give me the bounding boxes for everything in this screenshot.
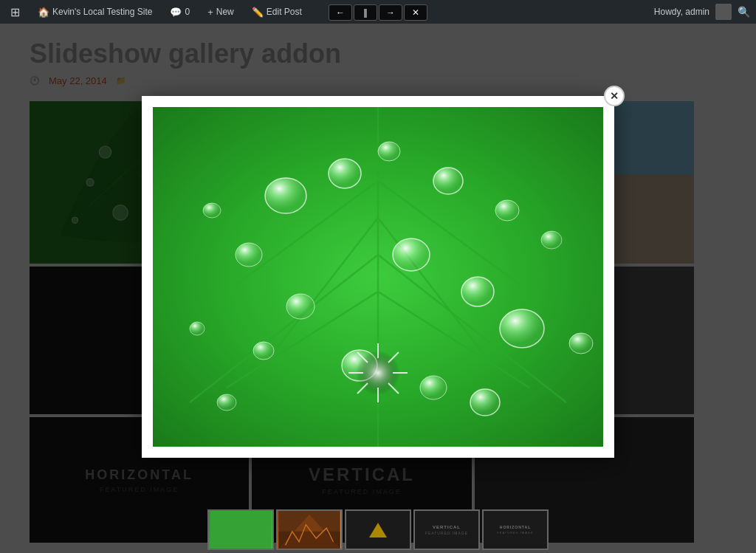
triangle-icon [369, 523, 387, 537]
svg-point-44 [203, 203, 221, 218]
thumb-vertical-sublabel: FEATURED IMAGE [425, 531, 468, 535]
thumbnail-2[interactable] [276, 509, 343, 550]
svg-point-47 [190, 322, 205, 335]
slideshow-controls: ← ‖ → ✕ [329, 4, 427, 21]
pencil-icon: ✏️ [252, 7, 264, 18]
svg-point-31 [265, 178, 306, 213]
svg-point-46 [569, 333, 593, 354]
site-name-button[interactable]: 🏠 Kevin's Local Testing Site [33, 0, 157, 24]
svg-point-40 [500, 309, 544, 348]
thumb-2-image [278, 511, 341, 549]
thumbnail-3[interactable] [345, 509, 411, 550]
svg-point-33 [236, 243, 262, 267]
avatar [715, 4, 732, 20]
site-name-label: Kevin's Local Testing Site [52, 7, 152, 17]
thumbnail-5[interactable]: HORIZONTAL FEATURED IMAGE [482, 509, 549, 550]
prev-icon: ← [336, 7, 345, 18]
plus-icon: + [207, 7, 213, 18]
close-slideshow-icon: ✕ [412, 7, 419, 18]
new-label: New [216, 7, 234, 17]
svg-point-48 [470, 389, 500, 416]
comments-button[interactable]: 💬 0 [165, 0, 194, 24]
search-icon[interactable]: 🔍 [738, 6, 750, 18]
svg-point-41 [253, 342, 274, 360]
home-icon: 🏠 [38, 7, 49, 18]
svg-point-49 [217, 394, 236, 411]
close-slideshow-button[interactable]: ✕ [404, 4, 427, 21]
close-icon: ✕ [610, 90, 619, 102]
thumbnail-1[interactable] [207, 509, 274, 550]
howdy-label: Howdy, admin [654, 7, 709, 17]
svg-point-45 [541, 231, 562, 249]
edit-post-label: Edit Post [267, 7, 302, 17]
lightbox-image [153, 107, 603, 447]
thumbnails-strip: VERTICAL FEATURED IMAGE HORIZONTAL FEATU… [207, 509, 549, 553]
svg-point-38 [286, 294, 315, 319]
comments-icon: 💬 [170, 7, 182, 18]
thumbnail-4[interactable]: VERTICAL FEATURED IMAGE [413, 509, 480, 550]
wp-logo-icon: ⊞ [10, 5, 20, 19]
thumb-1-image [209, 511, 272, 549]
svg-point-36 [495, 200, 519, 221]
thumb-horizontal-sublabel: FEATURED IMAGE [497, 531, 533, 535]
svg-rect-60 [210, 511, 271, 549]
adminbar-right: Howdy, admin 🔍 [654, 4, 750, 20]
svg-point-34 [378, 142, 400, 161]
thumb-vertical-label: VERTICAL [433, 525, 461, 529]
comments-count: 0 [185, 7, 190, 17]
svg-point-37 [393, 238, 430, 271]
lightbox-overlay[interactable]: ✕ [0, 0, 756, 553]
prev-button[interactable]: ← [329, 4, 352, 21]
svg-point-43 [420, 376, 447, 399]
pause-button[interactable]: ‖ [354, 4, 377, 21]
edit-post-button[interactable]: ✏️ Edit Post [247, 0, 306, 24]
lightbox-box: ✕ [142, 96, 614, 458]
thumb-horizontal-label: HORIZONTAL [500, 525, 531, 529]
pause-icon: ‖ [363, 7, 368, 18]
lightbox-leaf-svg [153, 107, 603, 447]
svg-point-39 [461, 277, 494, 306]
wp-logo-button[interactable]: ⊞ [6, 0, 24, 24]
lightbox-close-button[interactable]: ✕ [604, 86, 625, 106]
next-icon: → [386, 7, 395, 18]
svg-point-32 [329, 159, 361, 188]
new-button[interactable]: + New [203, 0, 238, 24]
next-button[interactable]: → [379, 4, 402, 21]
svg-point-35 [433, 168, 463, 194]
